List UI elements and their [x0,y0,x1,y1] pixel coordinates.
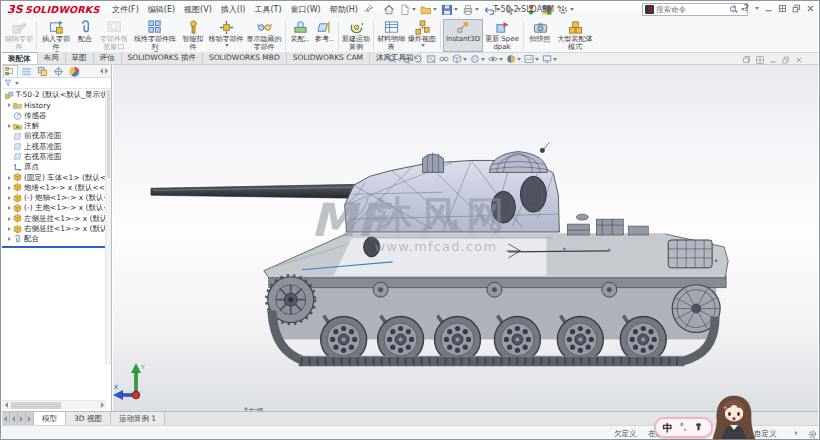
first-tab-icon[interactable] [2,412,10,425]
status-gear-icon[interactable] [807,429,818,440]
bill-of-materials-button[interactable]: 材料明细表 [376,19,406,52]
prev-tab-icon[interactable] [10,412,18,425]
close-button[interactable] [806,4,815,13]
tab-model[interactable]: 模型 [34,412,66,425]
tree-item-mates[interactable]: 配合 [2,234,111,244]
scrollbar-thumb[interactable] [11,402,61,409]
large-assembly-mode-button[interactable]: 大型装配体模式 [554,19,596,52]
propertymanager-tab[interactable] [19,65,34,77]
tab-solidworks-mbd[interactable]: SOLIDWORKS MBD [203,52,287,64]
take-snapshot-button[interactable]: 拍快照 [526,19,554,52]
exploded-view-button[interactable]: 爆炸视图 [406,19,438,52]
filter-caret-icon[interactable] [15,82,19,85]
search-input[interactable] [656,5,727,14]
menu-view[interactable]: 视图(V) [180,4,217,15]
expander-icon[interactable] [8,206,11,210]
tree-item-hull[interactable]: (固定) 车体<1> (默认<<默认 [2,172,111,182]
maximize-button[interactable] [778,4,787,13]
filter-funnel-icon[interactable] [4,79,12,87]
tab-3d-views[interactable]: 3D 视图 [66,412,111,425]
expander-icon[interactable] [8,103,11,107]
restore-button[interactable] [792,4,801,13]
tree-root[interactable]: T-50-2 (默认<默认_显示状态-1 [2,90,111,100]
update-speedpak-button[interactable]: 更新 Speedpak [483,19,521,52]
menu-insert[interactable]: 插入(I) [216,4,250,15]
featuremanager-tree-tab[interactable] [3,65,18,77]
help-caret-icon[interactable] [755,7,759,10]
menu-window[interactable]: 窗口(W) [286,4,325,15]
help-icon[interactable]: ? [744,3,749,13]
menu-file[interactable]: 文件(F) [107,4,143,15]
tab-solidworks-cam[interactable]: SOLIDWORKS CAM [287,52,370,64]
previous-view-icon[interactable] [413,54,423,64]
expander-icon[interactable] [8,237,11,241]
tree-item-right-suspension[interactable]: 右侧悬挂<1>-> x (默认<< [2,224,111,234]
dimxpertmanager-tab[interactable] [51,65,66,77]
smart-fasteners-button[interactable]: 智能扣件 [179,19,207,52]
hide-show-items-icon[interactable] [488,54,503,64]
assembly-features-button[interactable]: 装配.. [288,19,312,52]
pin-icon[interactable] [364,4,373,15]
configurationmanager-tab[interactable] [35,65,50,77]
tree-item-turret[interactable]: 炮塔<1>-> x (默认<<默认> [2,183,111,193]
tab-motion-study-1[interactable]: 运动算例 1 [111,412,165,425]
doc-minimize-icon[interactable] [769,56,777,64]
tree-item-gun-axis[interactable]: (-) 炮轴<1>-> x (默认<<默 [2,193,111,203]
doc-restore-icon[interactable] [782,56,790,64]
panel-scroll-right-icon[interactable] [105,68,108,74]
menu-tools[interactable]: 工具(T) [250,4,286,15]
next-tab-icon[interactable] [18,412,26,425]
expander-icon[interactable] [8,196,11,200]
panel-scroll-left-icon[interactable] [100,68,103,74]
mate-button[interactable]: 配合 [73,19,97,52]
scroll-left-arrow-icon[interactable] [2,401,10,409]
scrollbar-thumb[interactable] [107,90,110,178]
apply-scene-icon[interactable] [524,54,539,64]
tree-item-origin[interactable]: 原点 [2,162,111,172]
instant3d-button[interactable]: Instant3D [443,19,483,52]
move-component-button[interactable]: 移动零部件 [207,19,245,52]
expander-icon[interactable] [8,124,11,128]
home-icon[interactable] [381,2,397,17]
display-style-icon[interactable] [470,54,485,64]
minimize-button[interactable] [764,4,773,13]
rollback-bar[interactable] [2,246,106,248]
tree-item-top-plane[interactable]: 上视基准面 [2,141,111,151]
expander-icon[interactable] [8,176,11,180]
zoom-to-fit-icon[interactable] [387,54,397,64]
expander-icon[interactable] [8,227,11,231]
ime-mode-button[interactable]: 中 [663,423,673,433]
tab-sketch[interactable]: 草图 [66,52,94,64]
menu-help[interactable]: 帮助(H) [325,4,362,15]
expander-icon[interactable] [8,186,11,190]
component-preview-button[interactable]: 零部件预览窗口 [97,19,131,52]
tab-assembly[interactable]: 装配体 [2,52,38,64]
tab-solidworks-addins[interactable]: SOLIDWORKS 插件 [122,52,203,64]
reference-geometry-button[interactable]: 参考.. [312,19,336,52]
expander-icon[interactable] [8,217,11,221]
new-document-icon[interactable] [397,2,418,17]
tree-filter-row[interactable] [2,78,111,89]
new-motion-study-button[interactable]: 新建运动算例 [341,19,371,52]
cascade-windows-icon[interactable] [743,56,751,64]
graphics-viewport[interactable]: MF 沐风网 www.mfcad.com X Y *右视 [113,65,818,411]
customize-caret-icon[interactable] [795,431,798,435]
view-orientation-icon[interactable] [452,54,467,64]
tree-item-sensors[interactable]: 传感器 [2,111,111,121]
displaymanager-tab[interactable] [67,65,82,77]
open-icon[interactable] [418,2,439,17]
menu-edit[interactable]: 编辑(E) [143,4,179,15]
zoom-to-area-icon[interactable] [400,54,410,64]
tree-item-front-plane[interactable]: 前视基准面 [2,131,111,141]
tree-item-left-suspension[interactable]: 左侧悬挂<1>-> x (默认<<默 [2,214,111,224]
show-hidden-components-button[interactable]: 显示隐藏的零部件 [245,19,283,52]
scroll-right-arrow-icon[interactable] [98,401,106,409]
tab-layout[interactable]: 布局 [38,52,66,64]
view-settings-icon[interactable] [542,54,557,64]
section-view-icon[interactable] [426,54,436,64]
ime-skin-wardrobe-icon[interactable] [693,422,704,433]
linear-component-pattern-button[interactable]: 线性零部件阵列 [131,19,179,52]
tree-horizontal-scrollbar[interactable] [2,400,106,409]
ime-punctuation-icon[interactable]: °, [680,424,687,432]
tile-windows-icon[interactable] [756,56,764,64]
